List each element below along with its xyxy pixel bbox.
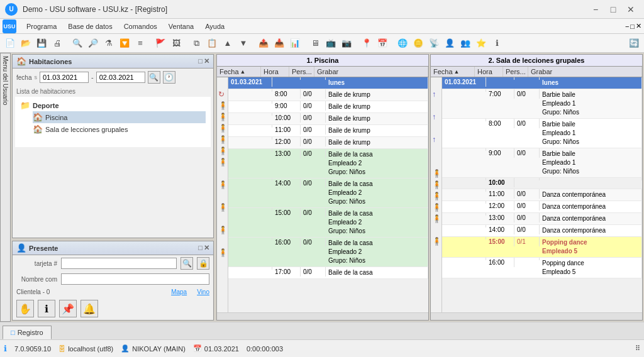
menu-basedatos[interactable]: Base de datos	[63, 21, 117, 31]
habitaciones-maximize[interactable]: □	[198, 57, 203, 65]
table-row[interactable]: 14:00 0/0 Danza contemporánea	[442, 225, 642, 237]
tb-rss[interactable]: 📡	[426, 36, 441, 51]
table-row[interactable]: 17:00 0/0 Baile de la casa	[228, 267, 428, 279]
hand-button[interactable]: ✋	[16, 300, 34, 317]
tb-new[interactable]: 📄	[3, 36, 18, 51]
tb-paste[interactable]: 📋	[204, 36, 219, 51]
tb-copy[interactable]: ⧉	[189, 36, 204, 51]
table-row[interactable]: 11:00 0/0 Danza contemporánea	[442, 189, 642, 201]
tb-globe[interactable]: 🌐	[395, 36, 410, 51]
tb-chart[interactable]: 📊	[287, 36, 303, 51]
habitaciones-controls[interactable]: □ ✕	[198, 57, 209, 65]
tb-tv[interactable]: 📺	[323, 36, 338, 51]
table-row[interactable]: 9:00 0/0 Barbie baile Empleado 1 Grupo: …	[442, 148, 642, 178]
table-row[interactable]: 16:00 Popping dance Empleado 5	[442, 258, 642, 278]
tb-help[interactable]: 🔄	[626, 36, 641, 51]
s2-col-hora[interactable]: Hora	[475, 67, 503, 77]
table-row[interactable]: 13:00 0/0 Baile de la casa Empleado 2 Gr…	[228, 149, 428, 178]
tb-filter[interactable]: ⚗	[101, 36, 116, 51]
tb-pin[interactable]: 📍	[359, 36, 374, 51]
tab-registro[interactable]: □ Registro	[3, 326, 52, 339]
table-row[interactable]: 10:00 0/0 Baile de krump	[228, 113, 428, 125]
tb-import[interactable]: 📥	[272, 36, 287, 51]
s1-col-pers[interactable]: Pers...	[289, 67, 314, 77]
menu-ventana[interactable]: Ventana	[164, 21, 199, 31]
menu-min-button[interactable]: −	[625, 23, 629, 30]
presente-maximize[interactable]: □	[198, 244, 203, 252]
minimize-button[interactable]: −	[587, 3, 604, 16]
tb-zoom[interactable]: 🔎	[86, 36, 101, 51]
table-row[interactable]: 12:00 0/0 Danza contemporánea	[442, 201, 642, 213]
menu-right-controls[interactable]: − □ ✕	[625, 22, 641, 30]
tb-down[interactable]: ▼	[236, 36, 251, 51]
close-button[interactable]: ✕	[623, 3, 639, 16]
tb-cam[interactable]: 📷	[339, 36, 354, 51]
table-row[interactable]: 14:00 0/0 Baile de la casa Empleado 2 Gr…	[228, 178, 428, 208]
tb-open[interactable]: 📂	[18, 36, 33, 51]
bell-button[interactable]: 🔔	[80, 300, 98, 317]
tb-user2[interactable]: 👥	[458, 36, 473, 51]
menu-programa[interactable]: Programa	[21, 21, 62, 31]
tb-print[interactable]: 🖨	[50, 36, 65, 51]
table-row[interactable]: 13:00 0/0 Danza contemporánea	[442, 213, 642, 225]
table-row[interactable]: 8:00 0/0 Baile de krump	[228, 89, 428, 101]
date-search-button[interactable]: 🔍	[148, 71, 160, 84]
info-button[interactable]: ℹ	[38, 300, 55, 317]
tree-item-piscina[interactable]: 🏠 Piscina	[33, 111, 206, 123]
tb-user1[interactable]: 👤	[442, 36, 457, 51]
tree-item-sala[interactable]: 🏠 Sala de lecciones grupales	[33, 123, 206, 135]
menu-max-button[interactable]: □	[630, 23, 635, 30]
mapa-link[interactable]: Mapa	[171, 288, 187, 295]
nombre-input[interactable]	[61, 273, 209, 285]
tb-search[interactable]: 🔍	[70, 36, 85, 51]
status-resize[interactable]: ⠿	[635, 344, 640, 353]
tb-coin[interactable]: 🪙	[411, 36, 426, 51]
tb-up[interactable]: ▲	[220, 36, 235, 51]
tb-image[interactable]: 🖼	[169, 36, 184, 51]
table-row[interactable]: 9:00 0/0 Baile de krump	[228, 101, 428, 113]
window-controls[interactable]: − □ ✕	[587, 3, 639, 16]
table-row[interactable]: 15:00 0/1 Popping dance Empleado 5	[442, 237, 642, 258]
habitaciones-close[interactable]: ✕	[204, 57, 209, 65]
menu-ayuda[interactable]: Ayuda	[200, 21, 230, 31]
date-from-input[interactable]	[40, 72, 89, 83]
tb-monitor[interactable]: 🖥	[308, 36, 323, 51]
tb-filter2[interactable]: 🔽	[117, 36, 132, 51]
s2-col-pers[interactable]: Pers...	[503, 67, 528, 77]
schedule1-hscrollbar[interactable]	[217, 312, 428, 320]
s1-col-hora[interactable]: Hora	[261, 67, 289, 77]
schedule1-scroll[interactable]: 01.03.2021 lunes 8:00 0/0 Baile de krump	[228, 77, 428, 312]
table-row[interactable]: 12:00 0/0 Baile de krump	[228, 137, 428, 149]
tb-save[interactable]: 💾	[34, 36, 49, 51]
table-row[interactable]: 8:00 0/0 Barbie baile Empleado 1 Grupo: …	[442, 119, 642, 148]
pin-button[interactable]: 📌	[59, 300, 77, 317]
date-refresh-button[interactable]: 🕐	[163, 71, 175, 84]
tb-flag[interactable]: 🚩	[153, 36, 168, 51]
s2-col-grabar[interactable]: Grabar	[528, 67, 642, 77]
presente-close[interactable]: ✕	[204, 244, 209, 252]
menu-close-button[interactable]: ✕	[636, 22, 641, 30]
s2-col-fecha[interactable]: Fecha ▲	[431, 67, 475, 77]
menu-comandos[interactable]: Comandos	[119, 21, 162, 31]
vino-link[interactable]: Vino	[197, 288, 209, 295]
presente-controls[interactable]: □ ✕	[198, 244, 209, 252]
tarjeta-input[interactable]	[61, 258, 177, 269]
s1-col-grabar[interactable]: Grabar	[314, 67, 428, 77]
schedule2-hscrollbar[interactable]	[431, 312, 642, 320]
table-row[interactable]: 7:00 0/0 Barbie baile Empleado 1 Grupo: …	[442, 89, 642, 119]
tb-export[interactable]: 📤	[256, 36, 271, 51]
schedule2-scroll[interactable]: 01.03.2021 lunes 7:00 0/0 Barbie baile E…	[442, 77, 642, 312]
tb-star[interactable]: ⭐	[474, 36, 489, 51]
date-to-input[interactable]	[96, 72, 145, 83]
tree-item-deporte[interactable]: 📁 Deporte	[20, 99, 206, 111]
tarjeta-search-button[interactable]: 🔍	[180, 257, 193, 270]
tb-info[interactable]: ℹ	[489, 36, 504, 51]
table-row[interactable]: 16:00 0/0 Baile de la casa Empleado 2 Gr…	[228, 238, 428, 267]
maximize-button[interactable]: □	[605, 3, 621, 16]
tb-sort[interactable]: ≡	[133, 36, 148, 51]
table-row[interactable]: 15:00 0/0 Baile de la casa Empleado 2 Gr…	[228, 208, 428, 238]
side-tab[interactable]: Menu del Usuario	[0, 53, 11, 322]
tb-cal[interactable]: 📅	[375, 36, 390, 51]
table-row[interactable]: 11:00 0/0 Baile de krump	[228, 125, 428, 137]
tarjeta-lock-button[interactable]: 🔒	[197, 257, 209, 270]
